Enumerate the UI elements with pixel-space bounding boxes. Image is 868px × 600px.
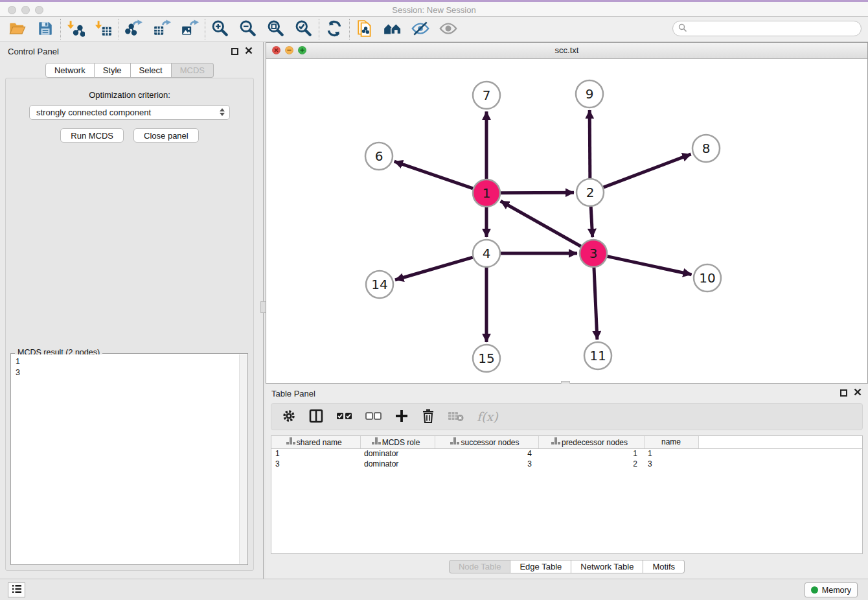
network-window-titlebar[interactable]: scc.txt [266, 43, 867, 59]
close-panel-icon[interactable] [245, 47, 253, 56]
column-header-predecessor-nodes[interactable]: predecessor nodes [538, 436, 644, 448]
graph-node-7[interactable]: 7 [473, 82, 500, 109]
mcds-result-box: MCDS result (2 nodes) 1 3 [10, 353, 248, 565]
panel-splitter[interactable] [259, 42, 266, 579]
zoom-selected-button[interactable] [293, 19, 315, 40]
graph-edge-3-10[interactable] [608, 257, 692, 275]
svg-text:1: 1 [483, 185, 491, 201]
svg-text:11: 11 [589, 348, 606, 363]
float-panel-icon[interactable] [231, 48, 238, 55]
table-panel-title: Table Panel [271, 389, 315, 398]
app-titlebar: Session: New Session [0, 0, 868, 17]
tab-style[interactable]: Style [95, 63, 131, 78]
graph-node-4[interactable]: 4 [473, 240, 500, 267]
task-history-button[interactable] [8, 583, 25, 597]
float-table-panel-icon[interactable] [840, 389, 847, 397]
tab-motifs[interactable]: Motifs [643, 560, 685, 573]
export-table-icon [153, 19, 171, 40]
export-image-icon [181, 19, 199, 40]
shared-column-icon [290, 437, 292, 440]
toolbar-separator [205, 19, 205, 40]
close-table-panel-icon[interactable] [854, 388, 862, 398]
delete-column-button[interactable] [421, 408, 435, 426]
graph-node-9[interactable]: 9 [576, 80, 603, 108]
tab-network[interactable]: Network [45, 63, 95, 78]
list-icon [12, 584, 22, 595]
table-row[interactable]: 3dominator323 [271, 459, 862, 469]
export-table-button[interactable] [151, 19, 173, 40]
graph-node-10[interactable]: 10 [694, 264, 721, 292]
fx-icon: f(x) [477, 410, 498, 424]
graph-node-15[interactable]: 15 [473, 345, 500, 372]
open-session-button[interactable] [6, 19, 29, 40]
graph-node-3[interactable]: 3 [580, 240, 607, 267]
tab-network-table[interactable]: Network Table [571, 560, 643, 573]
export-network-button[interactable] [123, 19, 145, 40]
save-session-button[interactable] [34, 19, 56, 40]
search-field[interactable] [672, 21, 862, 36]
split-table-view-button[interactable] [308, 408, 324, 426]
export-image-button[interactable] [179, 19, 201, 40]
zoom-out-button[interactable] [237, 19, 259, 40]
optimization-criterion-select[interactable]: strongly connected component [29, 105, 230, 120]
optimization-criterion-label: Optimization criterion: [6, 90, 253, 100]
search-input[interactable] [687, 24, 861, 33]
graph-edge-3-11[interactable] [594, 268, 597, 340]
import-table-button[interactable] [93, 19, 115, 40]
zoom-in-icon [211, 19, 229, 40]
graph-node-1[interactable]: 1 [473, 179, 500, 207]
graph-node-6[interactable]: 6 [365, 143, 393, 170]
unchecked-boxes-icon [365, 411, 382, 423]
hide-annotations-button[interactable] [409, 19, 431, 40]
zoom-in-button[interactable] [209, 19, 231, 40]
column-header-successor-nodes[interactable]: successor nodes [435, 436, 538, 448]
tab-select[interactable]: Select [131, 63, 172, 78]
create-column-button[interactable] [394, 409, 409, 425]
table-panel: Table Panel f(x) shared nameMCDS rolesuc… [266, 384, 868, 579]
memory-button[interactable]: Memory [805, 583, 858, 597]
result-scrollbar[interactable] [239, 354, 247, 564]
import-network-button[interactable] [65, 19, 87, 40]
column-header-shared-name[interactable]: shared name [271, 436, 360, 448]
show-view-button[interactable] [437, 19, 459, 40]
graph-edge-2-3[interactable] [591, 207, 593, 237]
graph-edge-2-9[interactable] [589, 110, 590, 178]
combo-stepper-icon [220, 108, 225, 116]
table-settings-button[interactable] [282, 409, 296, 425]
manage-networks-button[interactable] [382, 19, 404, 40]
clone-network-button[interactable] [354, 19, 376, 40]
mcds-result-text[interactable]: 1 3 [16, 356, 236, 378]
graph-node-8[interactable]: 8 [692, 135, 720, 162]
graph-edge-1-2[interactable] [501, 192, 574, 193]
import-table-icon [95, 19, 113, 40]
zoom-fit-icon [267, 19, 285, 40]
svg-text:2: 2 [586, 185, 595, 200]
tab-node-table[interactable]: Node Table [449, 560, 511, 573]
apply-layout-button[interactable] [323, 19, 345, 40]
graph-node-11[interactable]: 11 [584, 342, 611, 369]
column-header-name[interactable]: name [644, 436, 698, 448]
graph-node-14[interactable]: 14 [366, 271, 393, 298]
network-canvas[interactable]: 7968124314101511 [266, 59, 867, 383]
zoom-selected-icon [295, 19, 313, 40]
tab-mcds[interactable]: MCDS [172, 63, 214, 78]
toolbar-separator [119, 19, 119, 40]
deselect-all-columns-button[interactable] [365, 411, 382, 423]
run-mcds-button[interactable]: Run MCDS [60, 128, 124, 143]
close-panel-button[interactable]: Close panel [133, 128, 199, 143]
select-all-columns-button[interactable] [336, 411, 353, 423]
delete-table-button[interactable] [448, 410, 464, 424]
graph-edge-4-14[interactable] [395, 257, 473, 280]
svg-text:14: 14 [371, 277, 387, 292]
graph-edge-1-6[interactable] [394, 161, 474, 189]
zoom-fit-button[interactable] [265, 19, 287, 40]
column-header-mcds-role[interactable]: MCDS role [360, 436, 435, 448]
export-network-icon [125, 19, 143, 40]
table-row[interactable]: 1dominator411 [271, 448, 862, 459]
tab-edge-table[interactable]: Edge Table [510, 560, 571, 573]
graph-edge-2-8[interactable] [604, 154, 691, 187]
graph-node-2[interactable]: 2 [577, 179, 604, 206]
app-title: Session: New Session [0, 5, 868, 15]
graph-edge-3-1[interactable] [501, 201, 581, 246]
function-builder-button[interactable]: f(x) [477, 410, 498, 424]
